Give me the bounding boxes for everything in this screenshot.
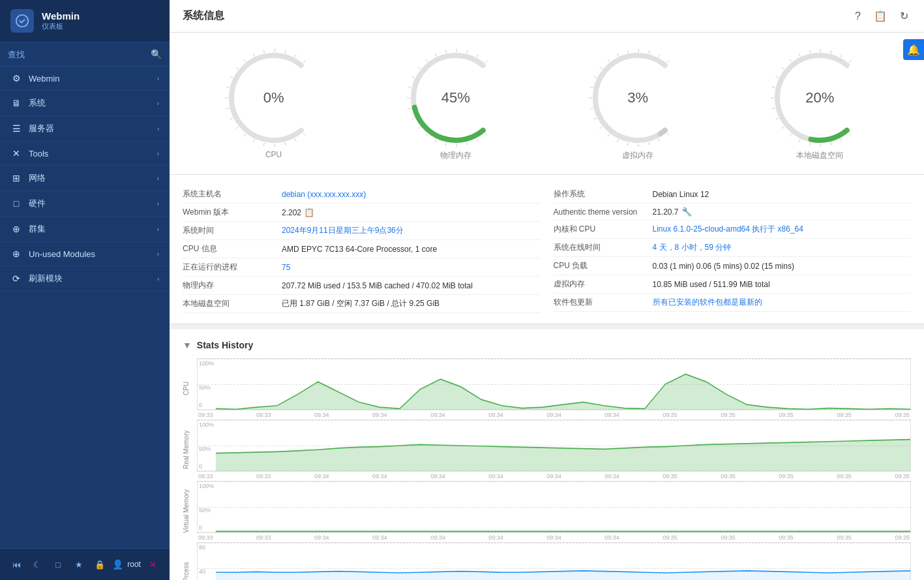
svg-line-71 <box>782 127 784 129</box>
sidebar-header: Webmin 仪表板 <box>0 0 170 42</box>
chart-time-label: 09:35 <box>663 412 678 418</box>
svg-line-40 <box>467 50 468 53</box>
help-button[interactable]: ? <box>852 8 863 25</box>
gauge-container-disk: 20% <box>768 46 872 150</box>
clipboard-button[interactable]: 📋 <box>871 7 889 25</box>
chart-ylabel-0: CPU <box>183 358 194 418</box>
nav-arrow-network: › <box>157 175 159 182</box>
chart-time-label: 09:34 <box>604 473 619 480</box>
sidebar-logout-icon[interactable]: ✕ <box>145 555 162 573</box>
chart-labels-2: 09:3309:3309:3409:3409:3409:3409:3409:34… <box>197 534 911 541</box>
svg-line-59 <box>628 50 629 53</box>
info-row: CPU 负载0.03 (1 min) 0.06 (5 mins) 0.02 (1… <box>554 257 912 275</box>
chart-time-label: 09:34 <box>430 473 445 480</box>
nav-icon-network: ⊞ <box>10 173 22 183</box>
chart-time-label: 09:35 <box>779 534 794 541</box>
svg-line-38 <box>445 50 446 53</box>
nav-arrow-cluster: › <box>157 226 159 233</box>
svg-line-15 <box>243 59 245 62</box>
info-val[interactable]: 75 <box>282 263 541 272</box>
sidebar-user[interactable]: 👤 root <box>112 559 141 570</box>
svg-line-77 <box>782 67 784 69</box>
info-val[interactable]: 所有已安装的软件包都是最新的 <box>653 297 912 308</box>
nav-label-network: 网络 <box>29 172 46 184</box>
nav-arrow-unused: › <box>157 251 159 258</box>
notification-bell[interactable]: 🔔 <box>903 39 924 60</box>
sidebar-item-network[interactable]: ⊞ 网络 › <box>0 166 170 191</box>
sidebar-first-icon[interactable]: ⏮ <box>8 555 25 573</box>
nav-arrow-refresh: › <box>157 275 159 282</box>
sidebar-item-unused[interactable]: ⊕ Un-used Modules › <box>0 242 170 266</box>
info-val[interactable]: 4 天，8 小时，59 分钟 <box>653 242 912 253</box>
info-val[interactable]: 2024年9月11日星期三上午9点36分 <box>282 225 541 236</box>
chart-inner-2: 100% 50% 0 <box>197 481 911 533</box>
chart-time-label: 09:33 <box>256 412 271 418</box>
nav-label-system: 系统 <box>29 97 46 109</box>
info-section: 系统主机名debian (xxx.xxx.xxx.xxx)Webmin 版本2.… <box>170 175 924 324</box>
sidebar-night-icon[interactable]: ☾ <box>29 555 46 573</box>
chart-ymid-3: 40 <box>199 568 205 575</box>
info-key: 系统在线时间 <box>554 242 645 253</box>
svg-line-47 <box>628 142 629 145</box>
svg-line-13 <box>230 76 232 78</box>
gauge-name-disk: 本地磁盘空间 <box>796 150 843 161</box>
svg-line-5 <box>263 142 264 145</box>
sidebar-item-webmin[interactable]: ⚙ Webmin › <box>0 67 170 91</box>
sidebar-item-server[interactable]: ☰ 服务器 › <box>0 116 170 142</box>
chart-time-label: 09:34 <box>488 473 503 480</box>
chart-time-label: 09:35 <box>779 473 794 480</box>
stats-toggle[interactable]: ▼ <box>183 340 192 350</box>
sidebar-item-system[interactable]: 🖥 系统 › <box>0 91 170 116</box>
info-val[interactable]: debian (xxx.xxx.xxx.xxx) <box>282 190 541 199</box>
svg-line-20 <box>294 54 295 57</box>
nav-label-refresh: 刷新模块 <box>29 273 63 284</box>
nav-icon-cluster: ⊕ <box>10 224 22 234</box>
sidebar-lock-icon[interactable]: 🔒 <box>91 555 108 573</box>
info-col-left: 系统主机名debian (xxx.xxx.xxx.xxx)Webmin 版本2.… <box>183 185 541 313</box>
sidebar-item-hardware[interactable]: □ 硬件 › <box>0 191 170 217</box>
main-content: 系统信息 ? 📋 ↻ 0% CPU 45% 物理内存 <box>170 0 924 580</box>
svg-line-48 <box>617 139 618 142</box>
gauge-virtual: 3% 虚拟内存 <box>586 46 690 161</box>
sidebar-bottom: ⏮ ☾ □ ★ 🔒 👤 root ✕ <box>0 548 170 580</box>
nav-icon-hardware: □ <box>10 198 22 209</box>
svg-line-34 <box>411 76 414 78</box>
nav-icon-refresh: ⟳ <box>10 273 22 284</box>
info-val: 10.85 MiB used / 511.99 MiB total <box>653 280 912 289</box>
nav-arrow-server: › <box>157 125 159 132</box>
info-extra-icon[interactable]: 📋 <box>304 207 314 217</box>
info-val: 2.202📋 <box>282 207 541 217</box>
svg-line-43 <box>667 133 669 136</box>
svg-line-61 <box>649 50 649 53</box>
svg-line-36 <box>426 59 428 62</box>
info-extra-icon[interactable]: 🔧 <box>681 207 692 217</box>
search-input[interactable] <box>8 50 151 59</box>
page-title: 系统信息 <box>183 9 224 23</box>
svg-line-55 <box>594 76 597 78</box>
search-icon[interactable]: 🔍 <box>151 49 162 59</box>
sidebar-item-cluster[interactable]: ⊕ 群集 › <box>0 217 170 242</box>
sidebar-item-tools[interactable]: ✕ Tools › <box>0 142 170 166</box>
svg-line-24 <box>467 142 468 145</box>
gauge-container-cpu: 0% <box>222 46 326 150</box>
nav-icon-system: 🖥 <box>10 98 22 108</box>
info-key: 内核和 CPU <box>554 224 645 235</box>
info-val: 207.72 MiB used / 153.5 MiB cached / 470… <box>282 281 541 290</box>
info-val[interactable]: Linux 6.1.0-25-cloud-amd64 执行于 x86_64 <box>653 224 912 235</box>
sidebar-screen-icon[interactable]: □ <box>50 555 67 573</box>
chart-time-label: 09:34 <box>604 534 619 541</box>
svg-line-63 <box>667 61 669 63</box>
svg-marker-86 <box>216 440 910 471</box>
sidebar-star-icon[interactable]: ★ <box>70 555 87 573</box>
svg-line-29 <box>418 127 421 129</box>
svg-line-66 <box>831 142 831 145</box>
chart-block-2: Virtual Memory 100% 50% 0 09:3309:3309:3… <box>183 481 911 541</box>
chart-time-label: 09:34 <box>430 534 445 541</box>
nav-icon-unused: ⊕ <box>10 249 22 259</box>
refresh-button[interactable]: ↻ <box>897 7 911 25</box>
sidebar-item-refresh[interactable]: ⟳ 刷新模块 › <box>0 266 170 292</box>
chart-ymid-1: 50% <box>199 446 211 452</box>
info-key: 系统时间 <box>183 225 274 236</box>
chart-time-label: 09:35 <box>895 412 910 418</box>
stats-title: Stats History <box>197 340 253 350</box>
